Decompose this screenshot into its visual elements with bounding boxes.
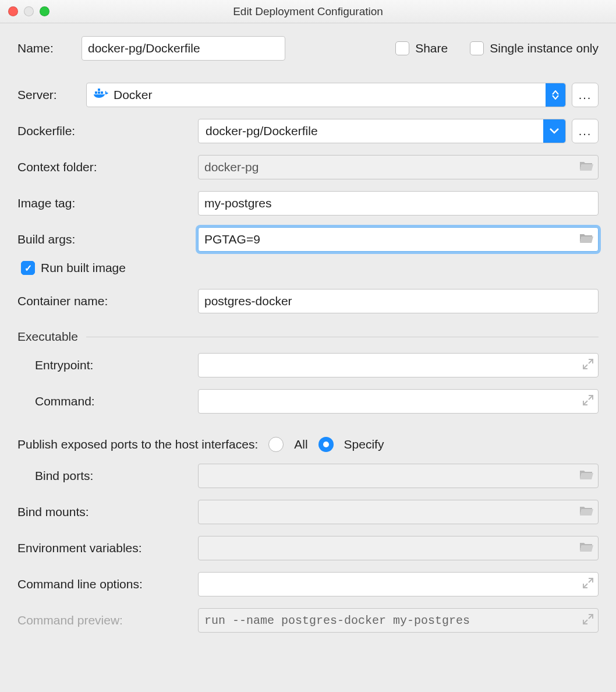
build-args-label: Build args: bbox=[17, 232, 192, 246]
env-vars-field[interactable] bbox=[198, 536, 599, 560]
svg-rect-1 bbox=[98, 91, 100, 94]
container-name-field[interactable] bbox=[198, 289, 599, 313]
folder-icon[interactable] bbox=[579, 505, 593, 520]
divider bbox=[86, 337, 599, 337]
folder-icon[interactable] bbox=[579, 541, 593, 556]
single-instance-checkbox[interactable] bbox=[470, 41, 484, 55]
single-instance-label: Single instance only bbox=[490, 41, 599, 55]
expand-icon[interactable] bbox=[583, 358, 593, 372]
share-checkbox[interactable] bbox=[395, 41, 409, 55]
docker-icon bbox=[94, 88, 114, 103]
server-value: Docker bbox=[114, 88, 153, 102]
expand-icon[interactable] bbox=[583, 613, 593, 627]
dockerfile-value: docker-pg/Dockerfile bbox=[206, 124, 318, 138]
dockerfile-browse-button[interactable]: ... bbox=[572, 119, 599, 143]
chevron-down-icon bbox=[543, 119, 565, 143]
share-label: Share bbox=[415, 41, 448, 55]
bind-ports-field[interactable] bbox=[198, 464, 599, 488]
svg-rect-3 bbox=[98, 89, 100, 91]
command-preview-field: run --name postgres-docker my-postgres bbox=[198, 608, 599, 633]
name-input[interactable] bbox=[82, 36, 285, 61]
updown-icon bbox=[546, 83, 565, 107]
bind-mounts-input[interactable] bbox=[204, 505, 592, 519]
dockerfile-combo[interactable]: docker-pg/Dockerfile bbox=[198, 119, 566, 143]
server-more-button[interactable]: ... bbox=[572, 83, 599, 107]
expand-icon[interactable] bbox=[583, 577, 593, 591]
cli-options-field[interactable] bbox=[198, 572, 599, 596]
cli-options-label: Command line options: bbox=[17, 577, 192, 591]
publish-ports-label: Publish exposed ports to the host interf… bbox=[17, 437, 258, 451]
command-field[interactable] bbox=[198, 389, 599, 414]
build-args-input[interactable] bbox=[204, 232, 592, 246]
dialog-content: Name: Share Single instance only Server:… bbox=[0, 23, 616, 638]
env-vars-label: Environment variables: bbox=[17, 541, 192, 555]
command-input[interactable] bbox=[204, 394, 592, 408]
image-tag-label: Image tag: bbox=[17, 196, 192, 210]
container-name-label: Container name: bbox=[17, 294, 192, 308]
command-label: Command: bbox=[35, 394, 192, 408]
ports-specify-radio[interactable] bbox=[318, 437, 334, 452]
window-title: Edit Deployment Configuration bbox=[0, 5, 616, 18]
titlebar: Edit Deployment Configuration bbox=[0, 0, 616, 23]
svg-rect-0 bbox=[95, 91, 97, 94]
env-vars-input[interactable] bbox=[204, 541, 592, 555]
run-built-image-label: Run built image bbox=[41, 261, 126, 275]
build-args-field[interactable] bbox=[198, 227, 599, 252]
entrypoint-label: Entrypoint: bbox=[35, 358, 192, 372]
server-select[interactable]: Docker bbox=[86, 83, 566, 107]
bind-mounts-field[interactable] bbox=[198, 500, 599, 524]
context-folder-label: Context folder: bbox=[17, 160, 192, 174]
ports-specify-label: Specify bbox=[344, 437, 384, 451]
image-tag-input[interactable] bbox=[204, 196, 592, 210]
command-preview-label: Command preview: bbox=[17, 613, 192, 627]
entrypoint-field[interactable] bbox=[198, 353, 599, 377]
folder-icon[interactable] bbox=[579, 160, 593, 175]
container-name-input[interactable] bbox=[204, 294, 592, 308]
context-folder-input[interactable] bbox=[204, 160, 592, 174]
ports-all-label: All bbox=[294, 437, 307, 451]
folder-icon[interactable] bbox=[579, 232, 593, 247]
folder-icon[interactable] bbox=[579, 469, 593, 483]
cli-options-input[interactable] bbox=[204, 577, 592, 591]
svg-rect-2 bbox=[101, 91, 103, 94]
name-label: Name: bbox=[17, 41, 76, 55]
entrypoint-input[interactable] bbox=[204, 358, 592, 372]
executable-heading: Executable bbox=[17, 330, 78, 344]
server-label: Server: bbox=[17, 88, 80, 102]
image-tag-field[interactable] bbox=[198, 191, 599, 216]
run-built-image-checkbox[interactable] bbox=[21, 261, 35, 275]
dockerfile-label: Dockerfile: bbox=[17, 124, 192, 138]
context-folder-field[interactable] bbox=[198, 155, 599, 179]
expand-icon[interactable] bbox=[583, 394, 593, 408]
bind-mounts-label: Bind mounts: bbox=[17, 505, 192, 519]
ports-all-radio[interactable] bbox=[268, 437, 284, 452]
bind-ports-input[interactable] bbox=[204, 469, 592, 483]
command-preview-value: run --name postgres-docker my-postgres bbox=[204, 614, 470, 627]
bind-ports-label: Bind ports: bbox=[35, 469, 192, 483]
